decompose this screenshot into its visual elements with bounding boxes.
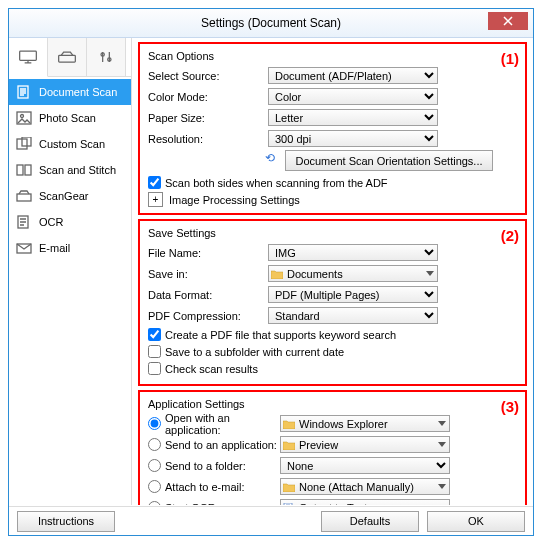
close-button[interactable] [488, 12, 528, 30]
annotation-3: (3) [501, 398, 519, 415]
photo-icon [15, 111, 33, 125]
scan-options-section: (1) Scan Options Select Source: Document… [138, 42, 527, 215]
send-folder-radio[interactable] [148, 459, 161, 472]
nav-label: Custom Scan [39, 138, 105, 150]
scan-both-sides-label: Scan both sides when scanning from the A… [165, 177, 388, 189]
send-folder-dropdown[interactable]: None [280, 457, 450, 474]
data-format-dropdown[interactable]: PDF (Multiple Pages) [268, 286, 438, 303]
close-icon [503, 16, 513, 26]
tab-scan-from-computer[interactable] [9, 38, 48, 77]
nav-photo-scan[interactable]: Photo Scan [9, 105, 131, 131]
nav-email[interactable]: E-mail [9, 235, 131, 261]
nav-label: OCR [39, 216, 63, 228]
scan-options-title: Scan Options [148, 50, 493, 62]
save-settings-section: (2) Save Settings File Name: IMG Save in… [138, 219, 527, 386]
resolution-label: Resolution: [148, 133, 268, 145]
email-icon [15, 241, 33, 255]
monitor-icon [18, 50, 38, 64]
attach-email-value: None (Attach Manually) [299, 481, 414, 493]
save-in-label: Save in: [148, 268, 268, 280]
pdf-compression-dropdown[interactable]: Standard [268, 307, 438, 324]
folder-icon [283, 482, 295, 492]
refresh-icon[interactable]: ⟲ [261, 150, 279, 166]
subfolder-checkbox[interactable] [148, 345, 161, 358]
nav-label: ScanGear [39, 190, 89, 202]
instructions-button[interactable]: Instructions [17, 511, 115, 532]
svg-rect-0 [20, 51, 37, 60]
folder-icon [283, 440, 295, 450]
attach-email-label: Attach to e-mail: [165, 481, 244, 493]
scan-both-sides-checkbox[interactable] [148, 176, 161, 189]
keyword-search-checkbox[interactable] [148, 328, 161, 341]
select-source-label: Select Source: [148, 70, 268, 82]
file-name-label: File Name: [148, 247, 268, 259]
annotation-1: (1) [501, 50, 519, 67]
nav-document-scan[interactable]: Document Scan [9, 79, 131, 105]
application-settings-section: (3) Application Settings Open with an ap… [138, 390, 527, 505]
ocr-icon [15, 215, 33, 229]
attach-email-radio[interactable] [148, 480, 161, 493]
orientation-settings-button[interactable]: Document Scan Orientation Settings... [285, 150, 493, 171]
scangear-icon [15, 189, 33, 203]
expand-plus-icon: + [148, 192, 163, 207]
mode-tabs [9, 38, 131, 77]
ok-button[interactable]: OK [427, 511, 525, 532]
svg-rect-4 [18, 86, 28, 98]
main-panel: (1) Scan Options Select Source: Document… [132, 38, 533, 505]
tab-scan-from-panel[interactable] [48, 38, 87, 76]
paper-size-label: Paper Size: [148, 112, 268, 124]
check-results-label: Check scan results [165, 363, 258, 375]
send-app-dropdown[interactable]: Preview [280, 436, 450, 453]
folder-icon [283, 419, 295, 429]
save-in-dropdown[interactable]: Documents [268, 265, 438, 282]
send-app-radio[interactable] [148, 438, 161, 451]
start-ocr-dropdown[interactable]: Output to Text [280, 499, 450, 505]
nav-label: Document Scan [39, 86, 117, 98]
nav-ocr[interactable]: OCR [9, 209, 131, 235]
send-app-value: Preview [299, 439, 338, 451]
folder-icon [271, 269, 283, 279]
annotation-2: (2) [501, 227, 519, 244]
check-results-checkbox[interactable] [148, 362, 161, 375]
svg-rect-11 [17, 194, 31, 201]
sliders-icon [96, 50, 116, 64]
start-ocr-value: Output to Text [299, 502, 367, 506]
nav-scangear[interactable]: ScanGear [9, 183, 131, 209]
save-settings-title: Save Settings [148, 227, 493, 239]
svg-rect-10 [25, 165, 31, 175]
file-name-dropdown[interactable]: IMG [268, 244, 438, 261]
resolution-dropdown[interactable]: 300 dpi [268, 130, 438, 147]
settings-window: Settings (Document Scan) Document [8, 8, 534, 536]
svg-point-6 [21, 115, 24, 118]
nav-custom-scan[interactable]: Custom Scan [9, 131, 131, 157]
text-icon [283, 503, 295, 506]
open-with-radio[interactable] [148, 417, 161, 430]
subfolder-label: Save to a subfolder with current date [165, 346, 344, 358]
color-mode-label: Color Mode: [148, 91, 268, 103]
open-with-dropdown[interactable]: Windows Explorer [280, 415, 450, 432]
application-settings-title: Application Settings [148, 398, 493, 410]
tab-preferences[interactable] [87, 38, 126, 76]
start-ocr-radio[interactable] [148, 501, 161, 505]
paper-size-dropdown[interactable]: Letter [268, 109, 438, 126]
select-source-dropdown[interactable]: Document (ADF/Platen) [268, 67, 438, 84]
svg-rect-1 [59, 55, 76, 62]
send-folder-label: Send to a folder: [165, 460, 246, 472]
defaults-button[interactable]: Defaults [321, 511, 419, 532]
scanner-icon [57, 50, 77, 64]
body: Document Scan Photo Scan Custom Scan Sca… [9, 38, 533, 505]
stitch-icon [15, 163, 33, 177]
color-mode-dropdown[interactable]: Color [268, 88, 438, 105]
image-processing-label: Image Processing Settings [169, 194, 300, 206]
nav-scan-stitch[interactable]: Scan and Stitch [9, 157, 131, 183]
image-processing-expander[interactable]: + Image Processing Settings [148, 192, 493, 207]
nav-label: Scan and Stitch [39, 164, 116, 176]
window-title: Settings (Document Scan) [201, 16, 341, 30]
attach-email-dropdown[interactable]: None (Attach Manually) [280, 478, 450, 495]
start-ocr-label: Start OCR: [165, 502, 219, 506]
open-with-label: Open with an application: [165, 412, 280, 436]
svg-rect-9 [17, 165, 23, 175]
save-in-value: Documents [287, 268, 343, 280]
keyword-search-label: Create a PDF file that supports keyword … [165, 329, 396, 341]
custom-icon [15, 137, 33, 151]
